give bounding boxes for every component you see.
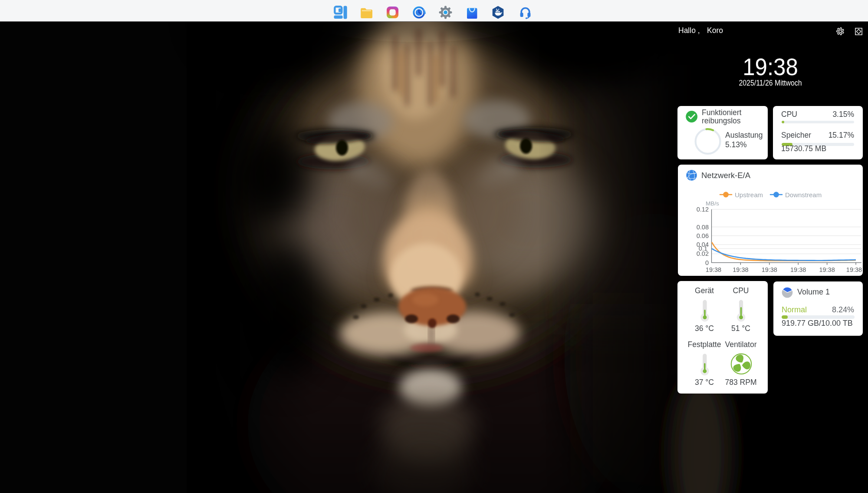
- svg-text:Netzwerk-E/A: Netzwerk-E/A: [701, 171, 751, 180]
- svg-text:19:38: 19:38: [762, 266, 777, 273]
- svg-text:Downstream: Downstream: [785, 191, 822, 199]
- svg-text:0.08: 0.08: [697, 224, 709, 231]
- svg-text:0.06: 0.06: [697, 232, 709, 239]
- svg-text:19:38: 19:38: [790, 266, 806, 273]
- svg-text:0.12: 0.12: [697, 206, 709, 213]
- svg-text:19:38: 19:38: [706, 266, 721, 273]
- svg-text:19:38: 19:38: [819, 266, 835, 273]
- svg-text:19:38: 19:38: [733, 266, 748, 273]
- svg-text:Upstream: Upstream: [735, 191, 763, 199]
- svg-text:19:38: 19:38: [846, 266, 862, 273]
- svg-text:0.02: 0.02: [697, 250, 709, 257]
- svg-text:0: 0: [705, 259, 709, 266]
